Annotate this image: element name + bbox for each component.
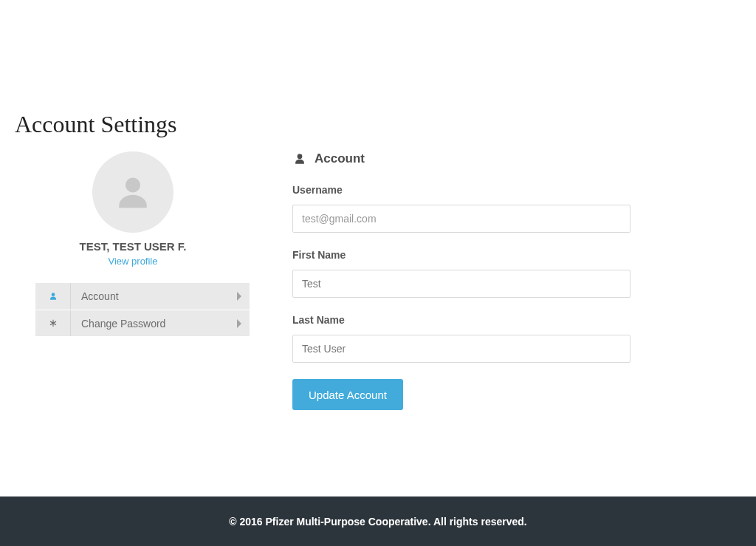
section-header: Account [292, 151, 630, 166]
lastname-input[interactable] [292, 335, 630, 363]
username-label: Username [292, 184, 630, 196]
settings-nav: Account Change Password [35, 283, 250, 336]
chevron-right-icon [229, 319, 250, 328]
footer-text: © 2016 Pfizer Multi-Purpose Cooperative.… [229, 516, 526, 528]
svg-point-1 [51, 293, 55, 296]
nav-item-account[interactable]: Account [35, 283, 250, 310]
sidebar: TEST, TEST USER F. View profile Account [15, 151, 251, 410]
user-icon [292, 151, 307, 166]
chevron-right-icon [229, 292, 250, 301]
avatar [92, 151, 173, 233]
nav-item-change-password[interactable]: Change Password [35, 310, 250, 336]
user-icon [35, 283, 71, 310]
svg-point-2 [298, 154, 303, 159]
view-profile-link[interactable]: View profile [15, 256, 251, 267]
lastname-label: Last Name [292, 314, 630, 326]
nav-item-label: Account [71, 290, 229, 302]
firstname-label: First Name [292, 249, 630, 261]
svg-point-0 [126, 178, 140, 193]
page-title: Account Settings [15, 111, 741, 138]
footer: © 2016 Pfizer Multi-Purpose Cooperative.… [0, 496, 756, 546]
profile-name: TEST, TEST USER F. [15, 240, 251, 253]
nav-item-label: Change Password [71, 318, 229, 330]
firstname-input[interactable] [292, 270, 630, 298]
main-content: Account Username First Name Last Name Up… [292, 151, 741, 410]
asterisk-icon [35, 310, 71, 336]
username-input[interactable] [292, 205, 630, 233]
update-account-button[interactable]: Update Account [292, 379, 403, 410]
avatar-placeholder-icon [111, 170, 155, 214]
section-heading-text: Account [315, 151, 365, 166]
